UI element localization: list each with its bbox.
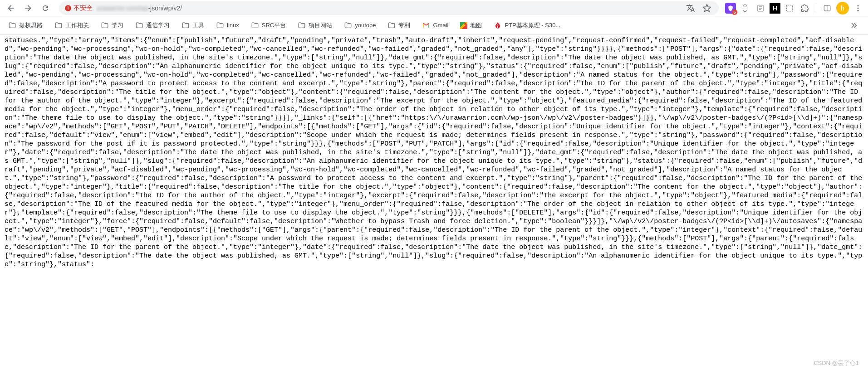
divider (816, 3, 816, 13)
browser-toolbar: 不安全 urawarrior.com/wp-json/wp/v2/ 5 H h (0, 0, 868, 16)
url-text: urawarrior.com/wp-json/wp/v2/ (96, 5, 681, 12)
map-icon (460, 22, 467, 29)
svg-rect-8 (824, 5, 830, 11)
folder-icon (54, 21, 63, 29)
reader-icon (756, 4, 765, 12)
bookmark-label: 通信学习 (146, 21, 170, 29)
reload-button[interactable] (38, 1, 53, 15)
folder-icon (216, 21, 224, 29)
bookmark-item[interactable]: 项目网站 (298, 21, 332, 29)
folder-icon (181, 21, 190, 29)
url-visible: -json/wp/v2/ (148, 5, 182, 12)
bookmark-item[interactable]: 提权思路 (8, 21, 43, 29)
bookmark-label: 工具 (192, 21, 204, 29)
code-icon (785, 4, 794, 12)
bookmark-label: 地图 (470, 21, 482, 29)
bookmark-star-button[interactable] (701, 2, 713, 15)
svg-rect-2 (68, 9, 68, 10)
insecure-label: 不安全 (74, 4, 93, 12)
svg-point-11 (858, 7, 859, 9)
huawei-icon (494, 21, 502, 29)
bookmark-item[interactable]: 学习 (101, 21, 123, 29)
translate-button[interactable] (684, 2, 697, 15)
puzzle-icon (801, 4, 809, 12)
url-hidden: urawarrior.com/wp (96, 5, 148, 12)
bookmarks-overflow[interactable] (847, 19, 860, 32)
svg-point-12 (858, 10, 859, 11)
side-panel-icon (823, 4, 831, 12)
bookmark-item[interactable]: youtobe (344, 21, 376, 29)
bookmark-label: 专利 (398, 21, 410, 29)
bookmark-label: 项目网站 (309, 21, 332, 29)
menu-button[interactable] (852, 2, 864, 15)
bookmark-item[interactable]: 专利 (387, 21, 410, 29)
translate-icon (686, 4, 695, 13)
extensions-button[interactable] (799, 2, 811, 15)
bookmark-item[interactable]: 工具 (181, 21, 204, 29)
warning-icon (64, 5, 72, 12)
back-button[interactable] (4, 1, 18, 15)
json-response-body: statuses.","type":"array","items":{"enum… (0, 34, 868, 370)
bookmarks-bar: 提权思路工作相关学习通信学习工具linuxSRC平台项目网站youtobe专利G… (0, 16, 868, 34)
bookmark-item[interactable]: 地图 (460, 21, 482, 29)
bookmark-item[interactable]: 工作相关 (54, 21, 89, 29)
bookmark-item[interactable]: Gmail (422, 21, 448, 29)
kebab-icon (854, 4, 862, 12)
profile-avatar[interactable]: h (836, 2, 849, 15)
address-bar[interactable]: 不安全 urawarrior.com/wp-json/wp/v2/ (59, 1, 719, 15)
bookmark-label: 提权思路 (19, 21, 43, 29)
forward-button[interactable] (21, 1, 35, 15)
svg-point-10 (858, 5, 859, 6)
folder-icon (251, 21, 259, 29)
mouse-button[interactable] (739, 2, 751, 15)
star-icon (702, 4, 711, 13)
bookmark-label: Gmail (433, 22, 448, 29)
bookmark-label: 工作相关 (65, 21, 89, 29)
bookmark-label: 学习 (112, 21, 123, 29)
folder-icon (135, 21, 143, 29)
side-panel-button[interactable] (821, 2, 834, 15)
code-button[interactable] (783, 2, 796, 15)
svg-rect-7 (786, 5, 793, 11)
extension-badge[interactable]: 5 (725, 3, 736, 14)
arrow-left-icon (6, 4, 15, 13)
folder-icon (101, 21, 109, 29)
bookmark-item[interactable]: linux (216, 21, 239, 29)
gmail-icon (422, 21, 430, 29)
bookmark-item[interactable]: PTP基本原理 - S30... (494, 21, 560, 29)
arrow-right-icon (24, 4, 33, 13)
folder-icon (387, 21, 396, 29)
watermark: CSDN @丢了心1 (814, 359, 859, 367)
folder-icon (8, 21, 16, 29)
extension-badge-count: 5 (732, 10, 737, 15)
insecure-badge: 不安全 (64, 4, 93, 12)
bookmark-label: youtobe (355, 22, 376, 29)
extension-h[interactable]: H (770, 3, 780, 14)
bookmark-label: linux (227, 22, 239, 29)
folder-icon (344, 21, 352, 29)
bookmark-item[interactable]: 通信学习 (135, 21, 170, 29)
mouse-icon (741, 4, 749, 12)
bookmark-label: SRC平台 (262, 21, 286, 29)
folder-icon (298, 21, 306, 29)
reload-icon (41, 4, 49, 12)
chevron-double-right-icon (849, 21, 858, 29)
svg-rect-1 (68, 6, 68, 9)
bookmark-item[interactable]: SRC平台 (251, 21, 286, 29)
bookmark-label: PTP基本原理 - S30... (505, 21, 560, 29)
reader-button[interactable] (754, 2, 767, 15)
